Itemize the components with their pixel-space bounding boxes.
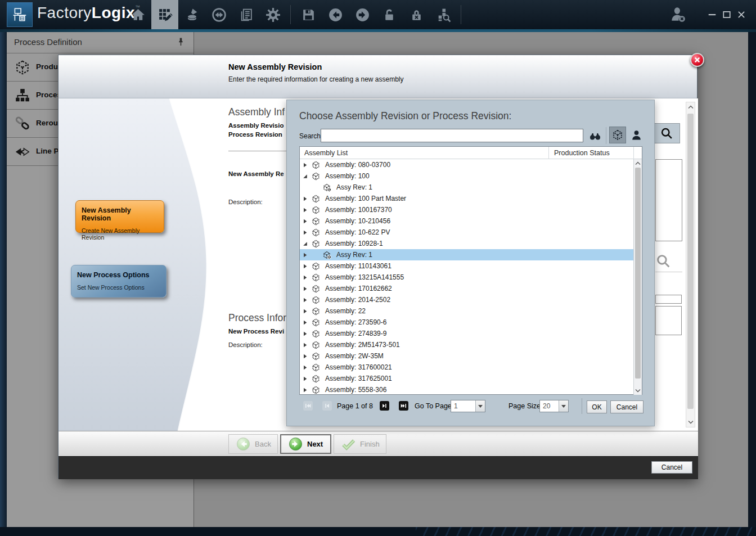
- tree-row[interactable]: Assembly: 2M51473-501: [300, 339, 633, 350]
- page-size-select[interactable]: 20: [539, 400, 569, 412]
- assembly-tree-rows: Assembly: 080-03700Assembly: 100Assy Rev…: [300, 159, 633, 395]
- expander-collapsed-icon[interactable]: [303, 196, 308, 201]
- minimize-button[interactable]: [708, 10, 717, 19]
- reports-button[interactable]: [232, 0, 259, 29]
- pin-icon[interactable]: [176, 37, 186, 47]
- back-button[interactable]: Back: [228, 434, 278, 454]
- wizard-footer: Back Next Finish: [58, 431, 698, 456]
- person-view-toggle[interactable]: [629, 128, 644, 142]
- goto-page-value: 1: [454, 402, 458, 410]
- expander-expanded-icon[interactable]: [303, 174, 308, 179]
- first-page-button[interactable]: [303, 401, 313, 411]
- tree-row[interactable]: Assembly: 10-210456: [300, 215, 633, 227]
- dropdown-button[interactable]: [475, 400, 485, 412]
- expander-collapsed-icon[interactable]: [303, 230, 308, 235]
- scroll-down-icon[interactable]: [635, 389, 641, 393]
- next-page-button[interactable]: [380, 401, 389, 411]
- step-card-title: New Assembly Revision: [82, 206, 158, 222]
- next-button[interactable]: Next: [280, 434, 331, 454]
- tree-row[interactable]: Assembly: 13215A141555: [300, 272, 633, 283]
- transfer-button[interactable]: [205, 0, 232, 29]
- expander-collapsed-icon[interactable]: [303, 264, 308, 269]
- ok-button[interactable]: OK: [587, 400, 607, 413]
- expander-collapsed-icon[interactable]: [303, 309, 308, 314]
- expander-collapsed-icon[interactable]: [303, 388, 308, 393]
- user-logout-icon[interactable]: [669, 6, 687, 24]
- expander-collapsed-icon[interactable]: [303, 365, 308, 370]
- step-card-new-assembly-revision[interactable]: New Assembly Revision Create New Assembl…: [75, 200, 164, 233]
- description-textarea-fragment[interactable]: [655, 306, 682, 335]
- expander-collapsed-icon[interactable]: [303, 219, 308, 224]
- assembly-search-button[interactable]: [653, 123, 680, 143]
- column-assembly-list[interactable]: Assembly List: [304, 149, 348, 157]
- list-scrollbar[interactable]: [633, 159, 642, 395]
- expander-collapsed-icon[interactable]: [303, 275, 308, 280]
- popup-cancel-button[interactable]: Cancel: [610, 400, 644, 413]
- process-definition-button[interactable]: [151, 0, 178, 29]
- scrollbar-thumb[interactable]: [635, 168, 641, 379]
- scroll-down-icon[interactable]: [688, 420, 694, 424]
- scrollbar-thumb[interactable]: [687, 114, 694, 409]
- expander-expanded-icon[interactable]: [303, 241, 308, 246]
- search-input[interactable]: [321, 129, 583, 142]
- expander-collapsed-icon[interactable]: [303, 298, 308, 303]
- tree-row[interactable]: Assembly: 22: [300, 305, 633, 317]
- expander-collapsed-icon[interactable]: [303, 163, 308, 168]
- dialog-scrollbar[interactable]: [686, 102, 695, 427]
- dialog-cancel-button[interactable]: Cancel: [651, 461, 692, 474]
- tree-row[interactable]: Assembly: 100: [300, 170, 633, 182]
- tree-row[interactable]: Assembly: 10928-1: [300, 238, 633, 249]
- production-button[interactable]: [178, 0, 205, 29]
- nav-forward-button[interactable]: [349, 0, 376, 29]
- lock-close-button[interactable]: [403, 0, 430, 29]
- tree-row[interactable]: Assembly: 274839-9: [300, 328, 633, 339]
- scroll-up-icon[interactable]: [688, 105, 694, 109]
- tree-row[interactable]: Assembly: 100167370: [300, 204, 633, 215]
- expander-collapsed-icon[interactable]: [303, 354, 308, 359]
- scroll-up-icon[interactable]: [635, 161, 641, 165]
- finish-button[interactable]: Finish: [334, 434, 386, 454]
- tree-row[interactable]: Assembly: 10-622 PV: [300, 227, 633, 238]
- find-assembly-button[interactable]: [430, 0, 457, 29]
- save-button[interactable]: [295, 0, 322, 29]
- maximize-button[interactable]: [722, 10, 731, 19]
- expander-collapsed-icon[interactable]: [303, 286, 308, 291]
- last-page-button[interactable]: [399, 401, 408, 411]
- dialog-close-button[interactable]: [690, 53, 704, 67]
- close-window-button[interactable]: [737, 10, 746, 19]
- tree-row[interactable]: Assembly: 170162662: [300, 283, 633, 294]
- column-separator[interactable]: [548, 147, 549, 159]
- tree-row[interactable]: Assembly: 317625001: [300, 373, 633, 384]
- settings-button[interactable]: [259, 0, 286, 29]
- tree-row[interactable]: Assembly: 273590-6: [300, 317, 633, 328]
- unlock-button[interactable]: [376, 0, 403, 29]
- column-production-status[interactable]: Production Status: [554, 149, 610, 157]
- expander-collapsed-icon[interactable]: [303, 208, 308, 213]
- step-card-new-process-options[interactable]: New Process Options Set New Process Opti…: [71, 265, 166, 298]
- assembly-cube-icon: [312, 285, 320, 293]
- tree-row[interactable]: Assy Rev: 1: [300, 249, 633, 260]
- goto-page-select[interactable]: 1: [451, 400, 485, 412]
- tree-row[interactable]: Assembly: 2014-2502: [300, 294, 633, 305]
- dropdown-button[interactable]: [559, 400, 568, 412]
- chevron-down-icon: [561, 405, 566, 408]
- expander-collapsed-icon[interactable]: [303, 320, 308, 325]
- page-size-label: Page Size: [508, 402, 541, 410]
- tree-row[interactable]: Assembly: 080-03700: [300, 159, 633, 170]
- tree-row[interactable]: Assembly: 5558-306: [300, 384, 633, 395]
- expander-collapsed-icon[interactable]: [303, 343, 308, 348]
- nav-back-button[interactable]: [322, 0, 349, 29]
- previous-page-button[interactable]: [322, 401, 332, 411]
- expander-collapsed-icon[interactable]: [303, 331, 308, 336]
- tree-row[interactable]: Assembly: 100 Part Master: [300, 193, 633, 204]
- home-button[interactable]: [124, 0, 151, 29]
- binoculars-icon[interactable]: [588, 131, 602, 141]
- tree-row[interactable]: Assembly: 317600021: [300, 362, 633, 373]
- new-process-input-fragment[interactable]: [655, 295, 682, 304]
- tree-row[interactable]: Assembly: 2W-35M: [300, 350, 633, 362]
- tree-row[interactable]: Assy Rev: 1: [300, 182, 633, 193]
- tree-row[interactable]: Assembly: 110143061: [300, 260, 633, 272]
- assembly-view-toggle[interactable]: [609, 127, 626, 143]
- expander-collapsed-icon[interactable]: [303, 376, 308, 381]
- expander-collapsed-icon[interactable]: [303, 253, 308, 258]
